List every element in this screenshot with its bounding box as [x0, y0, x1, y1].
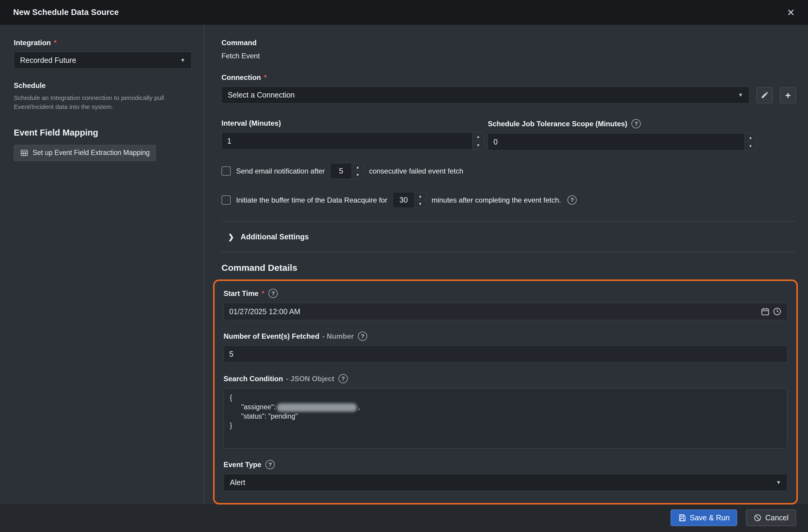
search-condition-textarea[interactable]: { "assignee":, "status": "pending" }: [223, 388, 787, 448]
edit-connection-button[interactable]: [756, 87, 773, 103]
interval-label: Interval (Minutes): [221, 119, 484, 127]
event-field-mapping-heading: Event Field Mapping: [14, 128, 191, 137]
help-icon[interactable]: ?: [338, 374, 348, 383]
spinner-up-icon[interactable]: ▲: [473, 132, 484, 141]
cancel-label: Cancel: [765, 513, 789, 522]
modal-footer: Save & Run Cancel: [0, 503, 808, 532]
tolerance-spinner: ▲ ▼: [745, 133, 756, 150]
chevron-down-icon: ▼: [738, 92, 743, 98]
events-fetched-type: - Number: [322, 332, 354, 341]
help-icon[interactable]: ?: [358, 332, 367, 341]
buffer-minutes-input[interactable]: 30: [393, 192, 414, 208]
email-notification-row: Send email notification after 5 ▲ ▼ cons…: [221, 163, 796, 179]
help-icon[interactable]: ?: [265, 460, 275, 469]
setup-event-field-mapping-button[interactable]: Set up Event Field Extraction Mapping: [14, 145, 156, 161]
command-details-highlight: Start Time * ? 01/27/2025 12:00 AM: [213, 279, 798, 505]
plus-icon: +: [785, 90, 791, 100]
required-asterisk: *: [264, 73, 267, 82]
search-condition-label-text: Search Condition: [223, 374, 283, 383]
interval-input[interactable]: 1: [221, 132, 472, 150]
buffer-time-checkbox[interactable]: [221, 196, 231, 205]
mapping-button-label: Set up Event Field Extraction Mapping: [33, 149, 150, 157]
connection-placeholder: Select a Connection: [228, 91, 295, 99]
spinner-down-icon[interactable]: ▼: [415, 200, 426, 208]
command-block: Command Fetch Event: [221, 39, 796, 60]
chevron-down-icon: ▼: [180, 57, 185, 63]
modal-title: New Schedule Data Source: [13, 8, 119, 17]
command-label: Command: [221, 39, 796, 47]
buffer-time-prefix: Initiate the buffer time of the Data Rea…: [236, 196, 387, 204]
spinner-down-icon[interactable]: ▼: [473, 141, 484, 150]
events-fetched-input[interactable]: 5: [223, 346, 787, 363]
integration-select[interactable]: Recorded Future ▼: [14, 52, 191, 69]
tolerance-input[interactable]: 0: [488, 133, 745, 150]
mapping-grid-icon: [20, 149, 29, 157]
pencil-icon: [761, 91, 769, 99]
add-connection-button[interactable]: +: [780, 87, 796, 103]
event-type-label: Event Type ?: [223, 460, 787, 469]
events-fetched-label-text: Number of Event(s) Fetched: [223, 332, 319, 341]
search-condition-field: Search Condition - JSON Object ? { "assi…: [223, 374, 787, 448]
events-fetched-field: Number of Event(s) Fetched - Number ? 5: [223, 332, 787, 363]
help-icon[interactable]: ?: [567, 196, 577, 205]
chevron-right-icon: ❯: [228, 233, 234, 241]
redacted-value: [277, 403, 357, 412]
tolerance-label: Schedule Job Tolerance Scope (Minutes) ?: [488, 119, 756, 128]
main-panel: Command Fetch Event Connection * Select …: [204, 25, 808, 503]
start-time-label: Start Time * ?: [223, 289, 787, 298]
help-icon[interactable]: ?: [631, 119, 641, 128]
modal-body: Integration * Recorded Future ▼ Schedule…: [0, 25, 808, 503]
integration-selected-value: Recorded Future: [20, 56, 76, 65]
event-type-label-text: Event Type: [223, 460, 261, 469]
spinner-up-icon[interactable]: ▲: [745, 133, 756, 142]
chevron-down-icon: ▼: [776, 480, 781, 485]
connection-select[interactable]: Select a Connection ▼: [221, 87, 749, 104]
search-condition-type: - JSON Object: [286, 374, 334, 383]
cancel-button[interactable]: Cancel: [746, 510, 796, 526]
save-and-run-label: Save & Run: [690, 513, 730, 522]
json-line: "status": "pending": [230, 412, 781, 421]
additional-settings-toggle[interactable]: ❯ Additional Settings: [228, 233, 796, 241]
json-line: {: [230, 393, 781, 402]
start-time-label-text: Start Time: [223, 289, 259, 298]
clock-icon[interactable]: [773, 307, 782, 316]
spinner-up-icon[interactable]: ▲: [352, 163, 363, 171]
integration-label: Integration *: [14, 39, 191, 47]
event-type-select[interactable]: Alert ▼: [223, 474, 787, 491]
start-time-input[interactable]: 01/27/2025 12:00 AM: [223, 303, 787, 320]
event-type-field: Event Type ? Alert ▼: [223, 460, 787, 491]
schedule-description: Schedule an Integration connection to pe…: [14, 93, 169, 112]
email-threshold-input[interactable]: 5: [330, 163, 352, 179]
connection-label-text: Connection: [221, 73, 261, 82]
additional-settings-label: Additional Settings: [241, 233, 309, 241]
cancel-icon: [754, 514, 761, 522]
tolerance-label-text: Schedule Job Tolerance Scope (Minutes): [488, 120, 627, 128]
start-time-value: 01/27/2025 12:00 AM: [229, 307, 300, 316]
save-and-run-button[interactable]: Save & Run: [671, 510, 737, 526]
search-condition-label: Search Condition - JSON Object ?: [223, 374, 787, 383]
connection-row: Select a Connection ▼ +: [221, 87, 796, 104]
close-icon[interactable]: ✕: [787, 8, 795, 17]
events-fetched-label: Number of Event(s) Fetched - Number ?: [223, 332, 787, 341]
spinner-down-icon[interactable]: ▼: [745, 142, 756, 150]
help-icon[interactable]: ?: [269, 289, 278, 298]
command-details-heading: Command Details: [221, 263, 796, 273]
required-asterisk: *: [54, 39, 57, 47]
email-notification-checkbox[interactable]: [221, 166, 231, 176]
divider: [221, 252, 796, 253]
interval-tolerance-row: Interval (Minutes) 1 ▲ ▼ Schedule Job To…: [221, 119, 796, 150]
json-line: }: [230, 421, 781, 430]
event-type-selected-value: Alert: [230, 478, 245, 487]
email-threshold-spinner: ▲ ▼: [352, 163, 364, 179]
required-asterisk: *: [261, 289, 264, 298]
json-line: "assignee":,: [230, 402, 781, 412]
schedule-heading: Schedule: [14, 81, 191, 90]
interval-field: Interval (Minutes) 1 ▲ ▼: [221, 119, 484, 150]
divider: [221, 221, 796, 222]
email-notification-suffix: consecutive failed event fetch: [369, 167, 463, 175]
calendar-icon[interactable]: [761, 307, 770, 316]
connection-label: Connection *: [221, 73, 796, 82]
spinner-down-icon[interactable]: ▼: [352, 171, 363, 179]
spinner-up-icon[interactable]: ▲: [415, 192, 426, 200]
modal-header: New Schedule Data Source ✕: [0, 0, 808, 25]
